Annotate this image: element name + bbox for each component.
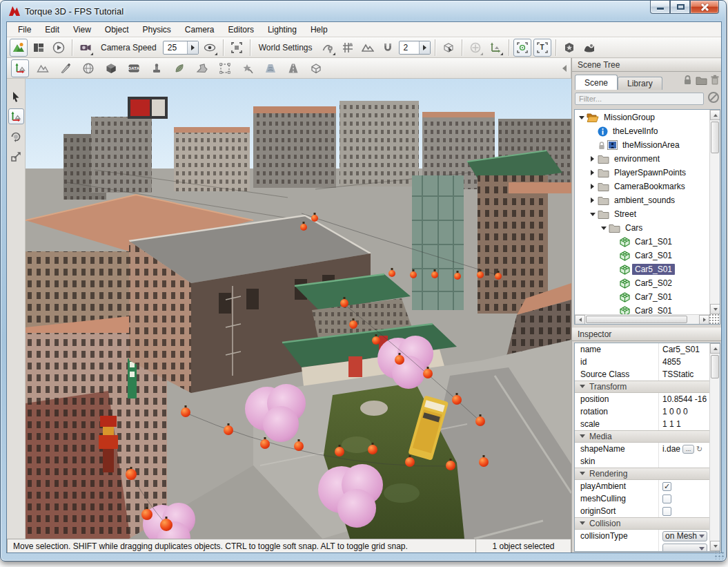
select-tool-button[interactable] xyxy=(8,88,24,104)
tree-item-car3-s01[interactable]: Car3_S01 xyxy=(575,249,709,262)
particle-editor-button[interactable] xyxy=(239,59,257,77)
expander-icon[interactable] xyxy=(578,113,586,122)
inspector-section-rendering[interactable]: Rendering xyxy=(575,468,709,480)
object-editor-button[interactable] xyxy=(11,59,29,77)
tab-library[interactable]: Library xyxy=(618,77,662,90)
object-select-mode-button[interactable] xyxy=(440,39,458,57)
tree-item-cars[interactable]: Cars xyxy=(575,221,709,235)
expander-icon[interactable] xyxy=(600,224,608,233)
tree-hscrollbar[interactable] xyxy=(575,314,709,324)
render-bounds-button[interactable] xyxy=(513,39,531,57)
menu-view[interactable]: View xyxy=(66,23,98,37)
scroll-left-button[interactable] xyxy=(575,315,585,325)
tab-scene[interactable]: Scene xyxy=(575,75,618,90)
menu-object[interactable]: Object xyxy=(98,23,136,37)
tree-item-environment[interactable]: environment xyxy=(575,152,709,166)
refresh-icon[interactable]: ↻ xyxy=(696,445,702,453)
expander-icon[interactable] xyxy=(589,156,597,162)
transform-relative-button[interactable] xyxy=(486,39,504,57)
scale-tool-button[interactable] xyxy=(8,148,24,164)
inspector-section-transform[interactable]: Transform xyxy=(575,381,709,393)
forest-editor-button[interactable] xyxy=(170,59,188,77)
river-editor-button[interactable] xyxy=(262,59,279,77)
tree-item-camerabookmarks[interactable]: CameraBookmarks xyxy=(575,180,709,193)
scroll-up-button[interactable] xyxy=(710,110,720,120)
scroll-right-button[interactable] xyxy=(699,315,709,325)
datablock-editor-button[interactable]: DATA xyxy=(125,59,143,77)
render-text-button[interactable]: T xyxy=(533,39,551,57)
screenshot-button[interactable] xyxy=(228,39,246,57)
scroll-down-button[interactable] xyxy=(710,541,720,551)
playambient-checkbox[interactable]: ✓ xyxy=(662,482,671,491)
terrain-snap-button[interactable] xyxy=(359,39,377,57)
sketch-tool-button[interactable] xyxy=(102,59,120,77)
tree-item-car5-s02[interactable]: Car5_S02 xyxy=(575,276,709,290)
field-dropdown[interactable] xyxy=(662,544,707,552)
inspector-section-media[interactable]: Media xyxy=(575,430,709,443)
new-group-button[interactable] xyxy=(696,75,707,88)
mesh-road-editor-button[interactable] xyxy=(307,59,325,77)
inspector-section-collision[interactable]: Collision xyxy=(575,517,709,530)
clear-filter-button[interactable] xyxy=(707,91,720,106)
package-tool-button[interactable] xyxy=(560,39,578,57)
collisiontype-dropdown[interactable]: on Mesh xyxy=(662,531,707,541)
tree-item-playerspawnpoints[interactable]: PlayerSpawnPoints xyxy=(575,166,709,180)
rotate-tool-button[interactable] xyxy=(8,128,24,144)
snap-size-dropdown[interactable]: 2 xyxy=(399,41,431,55)
decal-road-editor-button[interactable] xyxy=(284,59,302,77)
menu-editors[interactable]: Editors xyxy=(222,23,261,37)
tree-vscrollbar[interactable] xyxy=(709,110,720,314)
expander-icon[interactable] xyxy=(589,184,597,189)
inspector-vscrollbar[interactable] xyxy=(709,343,720,551)
collapse-panel-icon[interactable] xyxy=(562,65,567,72)
move-tool-button[interactable] xyxy=(8,108,24,124)
camera-menu-button[interactable] xyxy=(77,39,95,57)
viewport-3d[interactable] xyxy=(26,79,571,539)
road-editor-button[interactable] xyxy=(193,59,211,77)
grid-snap-button[interactable] xyxy=(339,39,357,57)
shape-editor-button[interactable] xyxy=(216,59,234,77)
maximize-button[interactable] xyxy=(670,1,690,14)
tree-item-street[interactable]: Street xyxy=(575,207,709,221)
window-layout-button[interactable] xyxy=(30,39,48,57)
scroll-thumb[interactable] xyxy=(586,316,687,323)
originsort-checkbox[interactable] xyxy=(662,507,671,516)
tree-item-thelevelinfo[interactable]: theLevelInfo xyxy=(575,124,709,138)
close-button[interactable] xyxy=(690,1,719,14)
filter-input[interactable] xyxy=(575,93,704,105)
object-settings-button[interactable] xyxy=(319,39,337,57)
tree-item-themissionarea[interactable]: theMissionArea xyxy=(575,138,709,152)
scroll-down-button[interactable] xyxy=(710,304,720,314)
decal-editor-button[interactable] xyxy=(148,59,166,77)
tree-item-car1-s01[interactable]: Car1_S01 xyxy=(575,235,709,249)
boolean-tool-button[interactable] xyxy=(580,39,598,57)
menu-camera[interactable]: Camera xyxy=(178,23,222,37)
world-editor-button[interactable] xyxy=(10,39,28,57)
menu-help[interactable]: Help xyxy=(304,23,335,37)
browse-button[interactable]: ... xyxy=(682,445,694,454)
menu-edit[interactable]: Edit xyxy=(38,23,66,37)
expander-icon[interactable] xyxy=(589,210,597,219)
visibility-button[interactable] xyxy=(201,39,219,57)
window-resize-grip[interactable] xyxy=(714,551,724,559)
resize-grip[interactable] xyxy=(709,314,720,324)
scroll-thumb[interactable] xyxy=(711,355,719,378)
terrain-editor-button[interactable] xyxy=(34,59,52,77)
meshculling-checkbox[interactable] xyxy=(662,494,671,503)
menu-file[interactable]: File xyxy=(11,23,38,37)
soft-snap-button[interactable] xyxy=(379,39,397,57)
tree-item-missiongroup[interactable]: MissionGroup xyxy=(575,110,709,124)
terrain-painter-button[interactable] xyxy=(57,59,75,77)
material-editor-button[interactable] xyxy=(79,59,97,77)
expander-icon[interactable] xyxy=(589,198,597,203)
expander-icon[interactable] xyxy=(589,170,597,175)
menu-lighting[interactable]: Lighting xyxy=(261,23,304,37)
camera-speed-dropdown[interactable]: 25 xyxy=(163,41,199,55)
tree-item-car5-s01[interactable]: Car5_S01 xyxy=(575,262,709,276)
minimize-button[interactable] xyxy=(650,1,670,14)
menu-physics[interactable]: Physics xyxy=(136,23,178,37)
title-bar[interactable]: Torque 3D - FPS Tutorial xyxy=(1,1,726,21)
center-pivot-button[interactable] xyxy=(466,39,484,57)
tree-item-ambient-sounds[interactable]: ambient_sounds xyxy=(575,193,709,207)
play-button[interactable] xyxy=(50,39,68,57)
